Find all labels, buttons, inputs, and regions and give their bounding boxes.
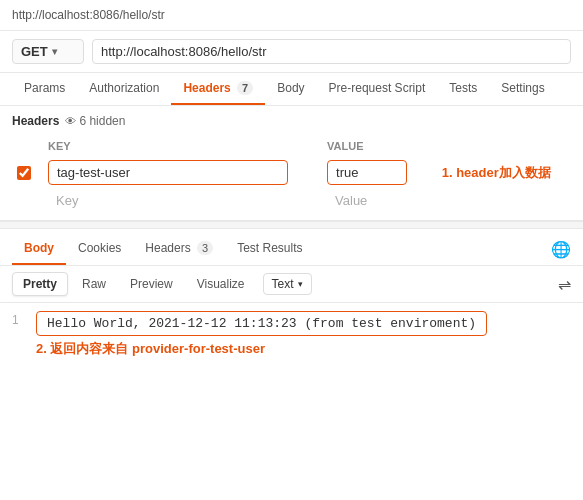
response-tab-cookies-label: Cookies [78,241,121,255]
format-tab-raw[interactable]: Raw [72,273,116,295]
value-column-header: VALUE [319,136,424,156]
headers-table: KEY VALUE [12,136,571,212]
header-row-checkbox[interactable] [17,166,31,180]
tab-body-label: Body [277,81,304,95]
text-type-select[interactable]: Text ▾ [263,273,312,295]
request-row: GET ▾ [0,31,583,73]
tab-headers-label: Headers [183,81,230,95]
hidden-badge: 👁 6 hidden [65,114,125,128]
method-chevron-icon: ▾ [52,46,57,57]
tab-tests-label: Tests [449,81,477,95]
response-section: Body Cookies Headers 3 Test Results 🌐 Pr… [0,233,583,366]
top-url-text: http://localhost:8086/hello/str [12,8,165,22]
tab-authorization[interactable]: Authorization [77,73,171,105]
format-tab-preview[interactable]: Preview [120,273,183,295]
header-value-input[interactable] [327,160,407,185]
url-input[interactable] [92,39,571,64]
response-tab-headers[interactable]: Headers 3 [133,233,225,265]
response-body: 1 Hello World, 2021-12-12 11:13:23 (from… [0,303,583,366]
globe-icon[interactable]: 🌐 [551,240,571,259]
nav-tabs: Params Authorization Headers 7 Body Pre-… [0,73,583,106]
response-tab-cookies[interactable]: Cookies [66,233,133,265]
format-tabs: Pretty Raw Preview Visualize Text ▾ ⇌ [0,266,583,303]
value-placeholder-text: Value [327,189,375,212]
response-nav-tabs: Body Cookies Headers 3 Test Results 🌐 [0,233,583,266]
method-select[interactable]: GET ▾ [12,39,84,64]
text-type-chevron-icon: ▾ [298,279,303,289]
format-tab-pretty[interactable]: Pretty [12,272,68,296]
response-tab-test-results[interactable]: Test Results [225,233,314,265]
headers-title-row: Headers 👁 6 hidden [12,114,571,128]
response-tab-test-results-label: Test Results [237,241,302,255]
line-number: 1 [12,311,24,327]
format-tab-raw-label: Raw [82,277,106,291]
tab-settings-label: Settings [501,81,544,95]
table-row: 1. header加入数据 [12,156,571,189]
key-placeholder-text: Key [48,189,86,212]
tab-settings[interactable]: Settings [489,73,556,105]
tab-headers-badge: 7 [237,81,253,95]
headers-section-label: Headers [12,114,59,128]
text-type-label: Text [272,277,294,291]
format-tab-visualize-label: Visualize [197,277,245,291]
section-divider [0,221,583,229]
tab-body[interactable]: Body [265,73,316,105]
format-tab-visualize[interactable]: Visualize [187,273,255,295]
tab-tests[interactable]: Tests [437,73,489,105]
hidden-count-text: 6 hidden [79,114,125,128]
header-key-input[interactable] [48,160,288,185]
response-line: 1 Hello World, 2021-12-12 11:13:23 (from… [12,311,571,336]
table-row-empty: Key Value [12,189,571,212]
response-annotation-text: 2. 返回内容来自 provider-for-test-user [12,340,571,358]
key-column-header: KEY [40,136,319,156]
response-tab-headers-badge: 3 [197,241,213,255]
response-tab-body[interactable]: Body [12,233,66,265]
top-url-display: http://localhost:8086/hello/str [0,0,583,31]
response-content-text: Hello World, 2021-12-12 11:13:23 (from t… [47,316,476,331]
format-tab-preview-label: Preview [130,277,173,291]
headers-section: Headers 👁 6 hidden KEY VALUE [0,106,583,221]
filter-icon[interactable]: ⇌ [558,275,571,294]
tab-params-label: Params [24,81,65,95]
tab-prerequest[interactable]: Pre-request Script [317,73,438,105]
tab-prerequest-label: Pre-request Script [329,81,426,95]
header-annotation-text: 1. header加入数据 [442,165,551,180]
tab-headers[interactable]: Headers 7 [171,73,265,105]
eye-icon: 👁 [65,115,76,127]
response-tab-headers-label: Headers [145,241,190,255]
response-tab-body-label: Body [24,241,54,255]
response-code-box: Hello World, 2021-12-12 11:13:23 (from t… [36,311,487,336]
tab-params[interactable]: Params [12,73,77,105]
tab-authorization-label: Authorization [89,81,159,95]
method-label: GET [21,44,48,59]
format-tab-pretty-label: Pretty [23,277,57,291]
